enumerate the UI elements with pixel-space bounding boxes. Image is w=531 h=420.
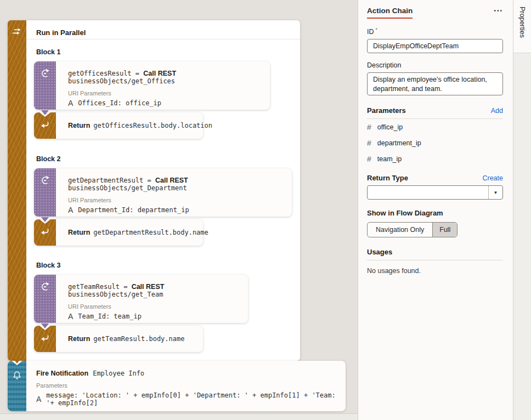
container-title: Run in Parallel (36, 29, 86, 37)
parameters-label: Parameters (36, 382, 346, 389)
return-keyword: Return (68, 229, 90, 236)
return-arrow-icon (41, 228, 50, 237)
run-in-parallel-container[interactable]: Run in Parallel Block 1 getOfficesResult… (8, 20, 300, 361)
panel-title: Action Chain (367, 7, 413, 19)
run-in-parallel-strip[interactable] (8, 20, 26, 361)
chevron-down-icon: ▼ (494, 190, 498, 195)
call-rest-icon (40, 69, 50, 81)
endpoint: businessObjects/get_Department (68, 184, 187, 192)
side-rail: Properties (513, 0, 531, 420)
call-rest-action-card[interactable]: getDepartmentResult = Call REST business… (34, 168, 292, 217)
call-rest-strip[interactable] (34, 168, 56, 217)
required-asterisk: * (376, 27, 378, 32)
return-type-select[interactable]: ▼ (367, 185, 503, 200)
uri-parameters-label: URI Parameters (68, 303, 248, 310)
flow-diagram-toggle: Navigation Only Full (367, 222, 457, 237)
canvas-bottom-edge (0, 413, 358, 420)
return-strip[interactable] (34, 326, 56, 352)
number-type-icon: # (367, 155, 371, 163)
assign-operator: = (123, 283, 127, 291)
section-divider (367, 260, 503, 260)
endpoint: businessObjects/get_Team (68, 291, 163, 298)
endpoint: businessObjects/get_Offices (68, 77, 175, 85)
bell-icon (13, 371, 22, 382)
fire-notification-keyword: Fire Notification (36, 370, 88, 377)
description-field[interactable]: Display an employee's office location, d… (367, 72, 503, 95)
tab-properties[interactable]: Properties (513, 0, 531, 53)
uri-parameters-label: URI Parameters (68, 90, 270, 97)
dropdown-button[interactable]: ▼ (488, 186, 502, 199)
action-chain-canvas[interactable]: Run in Parallel Block 1 getOfficesResult… (0, 0, 358, 420)
uri-parameters-label: URI Parameters (68, 197, 292, 203)
return-strip[interactable] (34, 112, 56, 139)
action-chain-editor: Run in Parallel Block 1 getOfficesResult… (0, 0, 531, 420)
block-label: Block 1 (36, 48, 60, 56)
overflow-menu-icon[interactable]: ••• (494, 7, 503, 14)
add-parameter-link[interactable]: Add (491, 107, 503, 115)
section-divider (367, 118, 503, 119)
parameter-name: office_ip (377, 123, 403, 131)
usages-empty-text: No usages found. (367, 267, 503, 275)
return-expression: getDepartmentResult.body.name (93, 229, 208, 236)
block-label: Block 3 (36, 262, 60, 269)
parameter-assignment: Team_Id: team_ip (78, 313, 142, 320)
navigation-only-button[interactable]: Navigation Only (368, 223, 432, 237)
return-type-section-title: Return Type (367, 174, 408, 182)
assign-operator: = (135, 70, 139, 77)
notification-name: Employee Info (93, 370, 144, 377)
usages-section-title: Usages (367, 248, 392, 256)
result-variable: getDepartmentResult (68, 177, 143, 184)
action-keyword: Call REST (143, 70, 176, 77)
assign-operator: = (148, 177, 151, 184)
create-return-type-link[interactable]: Create (482, 174, 503, 182)
assign-variable-icon: A (68, 99, 73, 107)
assign-variable-icon: A (68, 206, 73, 214)
result-variable: getTeamResult (68, 283, 120, 291)
call-rest-statement: getDepartmentResult = Call REST business… (68, 177, 292, 192)
parameter-row[interactable]: # department_ip (367, 135, 503, 151)
parameter-row[interactable]: # office_ip (367, 120, 503, 135)
id-label: ID* (367, 27, 503, 36)
header-divider (26, 39, 300, 39)
number-type-icon: # (367, 139, 371, 147)
return-expression: getTeamResult.body.name (93, 335, 184, 343)
description-label: Description (367, 61, 503, 69)
parameter-name: team_ip (377, 155, 402, 163)
full-button[interactable]: Full (432, 223, 457, 237)
parameter-assignment: Department_Id: department_ip (78, 206, 189, 214)
fire-notification-strip[interactable] (8, 361, 26, 411)
call-rest-icon (40, 282, 50, 294)
parameter-assignment: Offices_Id: office_ip (78, 99, 161, 107)
return-keyword: Return (68, 122, 90, 129)
call-rest-strip[interactable] (34, 61, 56, 110)
fire-notification-action-card[interactable]: Fire Notification Employee Info Paramete… (8, 361, 346, 411)
return-action-card[interactable]: ReturngetDepartmentResult.body.name (34, 219, 203, 246)
call-rest-icon (40, 175, 50, 188)
return-arrow-icon (41, 121, 50, 130)
return-action-card[interactable]: ReturngetTeamResult.body.name (34, 326, 203, 352)
return-strip[interactable] (34, 219, 56, 246)
parameter-row[interactable]: # team_ip (367, 151, 503, 167)
properties-panel: Action Chain ••• ID* Description Display… (358, 0, 513, 420)
call-rest-statement: getOfficesResult = Call REST businessObj… (68, 70, 270, 85)
call-rest-action-card[interactable]: getOfficesResult = Call REST businessObj… (34, 61, 270, 110)
return-arrow-icon (41, 334, 50, 344)
return-action-card[interactable]: ReturngetOfficesResult.body.location (34, 112, 203, 139)
action-keyword: Call REST (155, 177, 188, 184)
return-expression: getOfficesResult.body.location (93, 122, 212, 129)
assign-variable-icon: A (36, 395, 41, 404)
call-rest-strip[interactable] (34, 275, 56, 323)
call-rest-action-card[interactable]: getTeamResult = Call REST businessObject… (34, 275, 248, 323)
assign-variable-icon: A (68, 313, 73, 321)
action-keyword: Call REST (132, 283, 165, 291)
result-variable: getOfficesResult (68, 70, 132, 77)
call-rest-statement: getTeamResult = Call REST businessObject… (68, 283, 248, 298)
return-keyword: Return (68, 335, 90, 343)
block-label: Block 2 (36, 155, 60, 163)
parameters-section-title: Parameters (367, 106, 406, 115)
parallel-arrows-icon (12, 27, 22, 38)
id-field[interactable] (367, 39, 503, 53)
flow-diagram-label: Show in Flow Diagram (367, 209, 503, 217)
message-assignment: message: 'Location: ' + empInfo[0] + 'De… (46, 391, 346, 407)
parameter-name: department_ip (377, 139, 421, 147)
